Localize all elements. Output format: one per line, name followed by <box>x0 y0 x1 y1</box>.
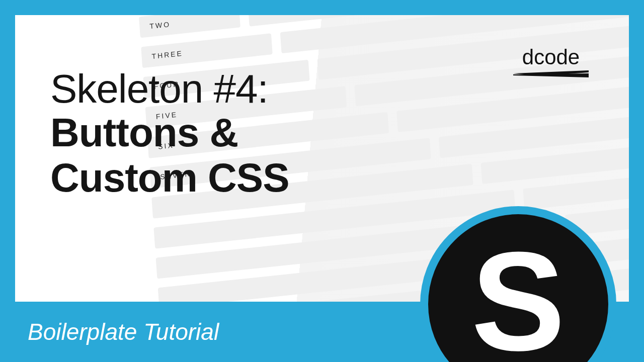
dcode-logo: dcode <box>513 45 589 81</box>
title-block: Skeleton #4: Buttons & Custom CSS <box>50 68 289 200</box>
dcode-swoosh-icon <box>513 70 589 79</box>
title-line-2: Buttons & <box>50 110 289 155</box>
dcode-wordmark: dcode <box>513 45 589 69</box>
footer-subtitle: Boilerplate Tutorial <box>28 318 219 345</box>
skeleton-badge-letter: S <box>471 231 566 362</box>
title-line-3: Custom CSS <box>50 155 289 201</box>
grid-label-three: THREE <box>141 33 273 68</box>
grid-label-two: TWO <box>139 15 240 38</box>
title-line-1: Skeleton #4: <box>50 68 289 110</box>
thumbnail-canvas: TWO THREE FOUR FIVE SIX SEVEN <box>0 0 644 362</box>
